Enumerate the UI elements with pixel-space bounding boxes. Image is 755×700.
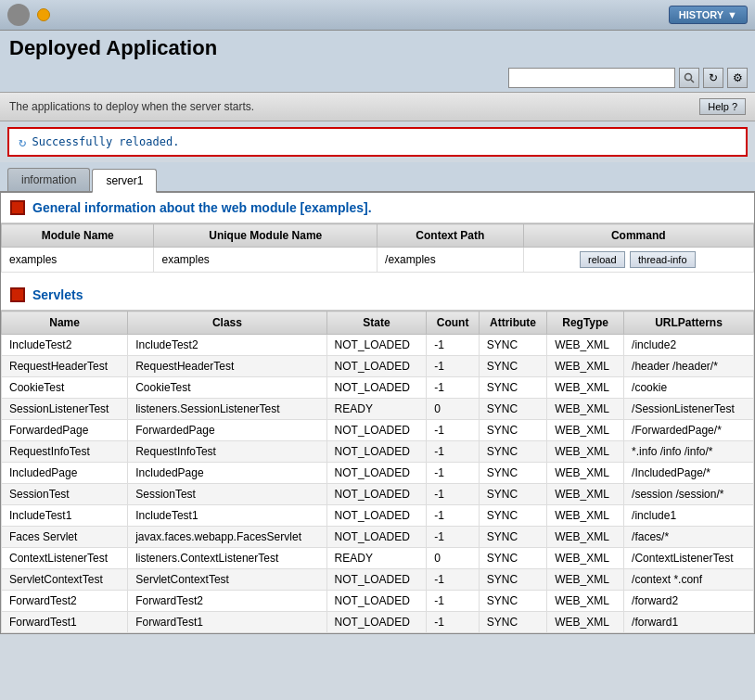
minimize-button[interactable] [37,8,50,21]
cell-6: *.info /info /info/* [624,441,754,463]
cell-5: WEB_XML [547,356,624,377]
search-input[interactable] [508,68,675,88]
cell-5: WEB_XML [547,548,624,569]
cell-0: ForwardTest1 [2,612,128,633]
cell-4: SYNC [479,612,546,633]
col-class: Class [128,312,326,335]
col-urlpatterns: URLPatterns [624,312,754,335]
col-state: State [326,312,427,335]
tab-server1[interactable]: server1 [92,169,157,193]
table-row: ContextListenerTestlisteners.ContextList… [2,548,754,569]
cell-0: SessionTest [2,484,128,505]
cell-0: SessionListenerTest [2,399,128,420]
cell-1: IncludedPage [128,463,326,484]
general-module-name: examples [2,248,154,273]
cell-2: NOT_LOADED [326,356,427,377]
cell-5: WEB_XML [547,612,624,633]
refresh-button[interactable]: ↻ [703,68,723,88]
cell-1: IncludeTest1 [128,505,326,527]
cell-4: SYNC [479,484,546,505]
cell-1: RequestHeaderTest [128,356,326,377]
cell-3: 0 [427,548,480,569]
svg-line-1 [691,80,694,83]
help-button[interactable]: Help ? [699,98,746,115]
cell-1: ForwardTest1 [128,612,326,633]
cell-3: -1 [427,335,480,356]
history-button[interactable]: HISTORY ▼ [669,6,748,24]
cell-1: listeners.ContextListenerTest [128,548,326,569]
cell-0: ForwardTest2 [2,591,128,612]
general-info-row: examples examples /examples reload threa… [2,248,754,273]
help-icon: ? [732,101,737,112]
cell-0: IncludedPage [2,463,128,484]
cell-6: /context *.conf [624,569,754,591]
cell-3: -1 [427,356,480,377]
cell-4: SYNC [479,591,546,612]
help-label: Help [708,101,729,112]
general-unique-module-name: examples [154,248,378,273]
cell-3: -1 [427,527,480,548]
reload-message-box: ↻ Successfully reloaded. [7,127,748,157]
history-label: HISTORY [679,9,723,20]
cell-1: ServletContextTest [128,569,326,591]
cell-0: CookieTest [2,377,128,399]
cell-2: READY [326,548,427,569]
table-row: SessionListenerTestlisteners.SessionList… [2,399,754,420]
cell-3: -1 [427,441,480,463]
col-unique-module-name: Unique Module Name [154,224,378,248]
col-attribute: Attribute [479,312,546,335]
cell-6: /ForwardedPage/* [624,420,754,441]
top-bar: HISTORY ▼ [0,0,755,31]
description-text: The applications to deploy when the serv… [9,100,254,113]
cell-1: CookieTest [128,377,326,399]
cell-4: SYNC [479,335,546,356]
cell-5: WEB_XML [547,527,624,548]
tab-information[interactable]: information [7,168,90,191]
settings-button[interactable]: ⚙ [727,68,748,88]
cell-6: /SessionListenerTest [624,399,754,420]
cell-5: WEB_XML [547,505,624,527]
cell-1: listeners.SessionListenerTest [128,399,326,420]
cell-2: NOT_LOADED [326,612,427,633]
table-row: IncludeTest2IncludeTest2NOT_LOADED-1SYNC… [2,335,754,356]
description-bar: The applications to deploy when the serv… [0,92,755,121]
cell-0: IncludeTest2 [2,335,128,356]
cell-6: /session /session/* [624,484,754,505]
cell-3: -1 [427,569,480,591]
cell-6: /IncludedPage/* [624,463,754,484]
cell-6: /include1 [624,505,754,527]
cell-5: WEB_XML [547,377,624,399]
search-bar: ↻ ⚙ [0,64,755,92]
cell-2: NOT_LOADED [326,463,427,484]
servlets-section-header: Servlets [1,280,754,311]
table-row: ForwardTest1ForwardTest1NOT_LOADED-1SYNC… [2,612,754,633]
search-button[interactable] [679,68,699,88]
table-row: RequestInfoTestRequestInfoTestNOT_LOADED… [2,441,754,463]
cell-3: 0 [427,399,480,420]
cell-4: SYNC [479,377,546,399]
cell-3: -1 [427,420,480,441]
refresh-icon: ↻ [709,71,718,84]
col-context-path: Context Path [378,224,524,248]
reload-button[interactable]: reload [580,251,625,268]
col-module-name: Module Name [2,224,154,248]
cell-0: Faces Servlet [2,527,128,548]
cell-0: IncludeTest1 [2,505,128,527]
servlets-section-title: Servlets [32,287,83,302]
cell-5: WEB_XML [547,463,624,484]
table-row: ForwardTest2ForwardTest2NOT_LOADED-1SYNC… [2,591,754,612]
cell-4: SYNC [479,548,546,569]
general-context-path: /examples [378,248,524,273]
cell-0: ForwardedPage [2,420,128,441]
thread-info-button[interactable]: thread-info [630,251,696,268]
col-count: Count [427,312,480,335]
cell-4: SYNC [479,505,546,527]
cell-2: NOT_LOADED [326,377,427,399]
cell-5: WEB_XML [547,591,624,612]
cell-4: SYNC [479,420,546,441]
table-row: ServletContextTestServletContextTestNOT_… [2,569,754,591]
reload-message-text: Successfully reloaded. [32,135,179,148]
cell-4: SYNC [479,441,546,463]
section-icon-general [10,200,25,215]
cell-1: javax.faces.webapp.FacesServlet [128,527,326,548]
